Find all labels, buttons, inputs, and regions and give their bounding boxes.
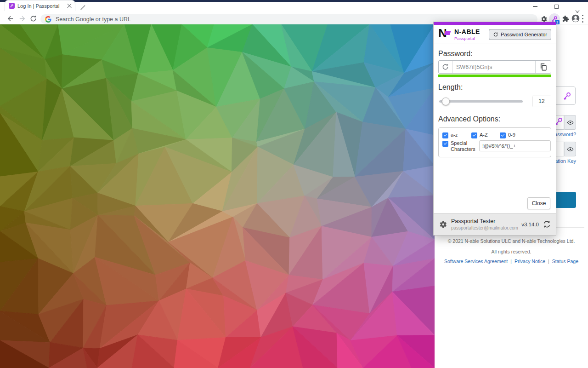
new-tab-button[interactable]: [80, 5, 86, 11]
brand-name: N-ABLE: [454, 28, 489, 35]
option-special-characters[interactable]: SpecialCharacters: [442, 140, 477, 152]
passportal-popup: N N-ABLE Passportal Password Generator P…: [433, 22, 556, 236]
status-page-link[interactable]: Status Page: [552, 259, 578, 264]
password-input-group: [438, 60, 551, 74]
window-restore-button[interactable]: [549, 3, 563, 10]
popup-header: N N-ABLE Passportal Password Generator: [434, 25, 556, 44]
address-bar-placeholder: Search Google or type a URL: [56, 16, 131, 23]
back-icon[interactable]: [6, 15, 14, 23]
eye-icon: [567, 146, 574, 153]
separator: |: [548, 259, 549, 264]
rights-text: All rights reserved.: [435, 249, 588, 254]
account-name: Passportal Tester: [451, 218, 521, 224]
browser-menu-icon[interactable]: [582, 15, 583, 23]
profile-avatar[interactable]: [571, 14, 580, 23]
tab-title: Log In | Passportal: [17, 3, 67, 9]
nable-logo: N: [438, 28, 451, 40]
advanced-options-label: Advanced Options:: [438, 115, 551, 123]
checkbox-checked[interactable]: [442, 132, 448, 138]
option-lowercase[interactable]: a-z: [442, 132, 471, 138]
length-value-box: [532, 96, 551, 107]
show-org-key-toggle[interactable]: [564, 142, 576, 156]
eye-icon: [567, 119, 574, 126]
checkbox-checked[interactable]: [442, 141, 448, 147]
length-slider-row: [438, 95, 551, 107]
copyright-text: © 2021 N-able Solutions ULC and N-able T…: [435, 238, 588, 244]
password-label: Password:: [438, 50, 551, 58]
generated-password-input[interactable]: [452, 61, 535, 73]
password-strength-bar: [438, 75, 551, 77]
copy-password-button[interactable]: [535, 61, 551, 73]
forward-icon[interactable]: [18, 15, 26, 23]
option-uppercase-label: A-Z: [480, 132, 488, 138]
regenerate-password-button[interactable]: [439, 61, 452, 73]
copy-icon: [539, 63, 548, 71]
page-footer: © 2021 N-able Solutions ULC and N-able T…: [435, 236, 588, 264]
reload-icon[interactable]: [29, 15, 37, 23]
brand-text: N-ABLE Passportal: [454, 28, 489, 41]
footer-links: Software Services Agreement|Privacy Noti…: [435, 259, 588, 264]
gear-icon[interactable]: [438, 220, 447, 229]
privacy-notice-link[interactable]: Privacy Notice: [514, 259, 545, 264]
password-generator-button[interactable]: Password Generator: [489, 29, 551, 40]
google-logo-icon: [45, 16, 51, 23]
password-generator-label: Password Generator: [501, 32, 547, 37]
length-slider[interactable]: [438, 95, 524, 107]
account-info: Passportal Tester passportaltester@maili…: [451, 218, 521, 230]
advanced-options-box: a-z A-Z 0-9 SpecialCharacters: [438, 127, 551, 157]
checkbox-checked[interactable]: [500, 132, 506, 138]
length-value-input[interactable]: [532, 96, 551, 107]
separator: |: [510, 259, 512, 264]
option-uppercase[interactable]: A-Z: [471, 132, 500, 138]
popup-footer: Passportal Tester passportaltester@maili…: [434, 213, 556, 235]
key-icon: [562, 91, 572, 101]
account-email: passportaltester@mailinator.com: [451, 225, 521, 230]
software-services-agreement-link[interactable]: Software Services Agreement: [444, 259, 508, 264]
option-digits-label: 0-9: [508, 132, 515, 138]
option-special-label: SpecialCharacters: [451, 140, 477, 152]
tab-favicon-key-icon: [9, 3, 15, 9]
tab-strip: [0, 2, 588, 13]
special-characters-input[interactable]: [479, 140, 551, 151]
refresh-icon: [493, 32, 498, 37]
slider-track[interactable]: [439, 100, 523, 103]
version-text: v3.14.0: [521, 222, 539, 227]
extensions-puzzle-icon[interactable]: [561, 14, 570, 23]
brand-product: Passportal: [454, 36, 489, 41]
refresh-icon: [441, 63, 449, 71]
slider-thumb[interactable]: [442, 98, 450, 105]
length-label: Length:: [438, 83, 551, 92]
sync-icon[interactable]: [543, 220, 551, 229]
tab-close-icon[interactable]: [67, 3, 72, 9]
browser-tab[interactable]: Log In | Passportal: [5, 0, 75, 11]
close-button[interactable]: Close: [527, 197, 550, 209]
checkbox-checked[interactable]: [471, 132, 477, 138]
option-digits[interactable]: 0-9: [500, 132, 515, 138]
window-minimize-button[interactable]: [528, 3, 542, 10]
show-password-toggle[interactable]: [564, 115, 576, 130]
option-lowercase-label: a-z: [451, 132, 458, 138]
lowpoly-background-image: [0, 24, 435, 368]
